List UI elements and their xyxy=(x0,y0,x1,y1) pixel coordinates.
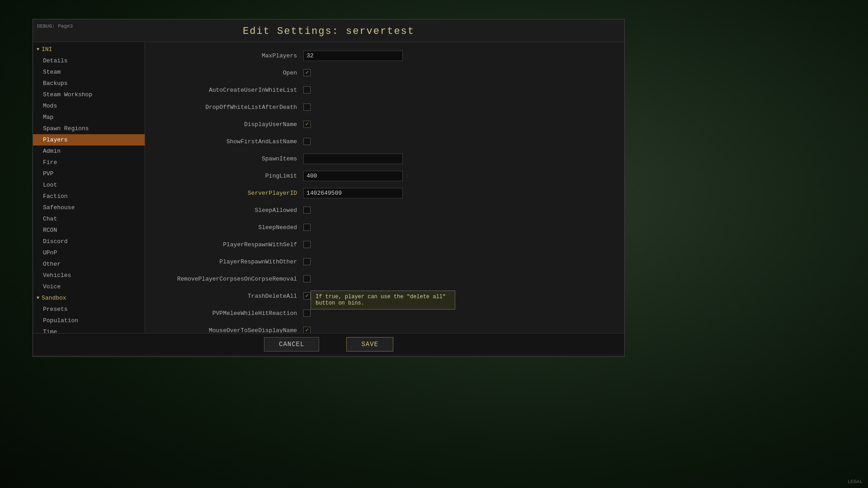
section-arrow-0: ▼ xyxy=(37,47,39,52)
sidebar-section-sandbox[interactable]: ▼Sandbox xyxy=(33,292,145,304)
window-body: ▼INIDetailsSteamBackupsSteam WorkshopMod… xyxy=(33,42,624,333)
sidebar-item-backups[interactable]: Backups xyxy=(33,78,145,89)
sidebar-item-presets[interactable]: Presets xyxy=(33,304,145,315)
checkbox-trashdeleteall[interactable] xyxy=(303,292,311,300)
sidebar-item-players[interactable]: Players xyxy=(33,134,145,145)
settings-input-pinglimit[interactable] xyxy=(303,171,403,181)
settings-input-spawnitems[interactable] xyxy=(303,154,403,164)
checkbox-wrap-16 xyxy=(303,327,311,333)
sidebar-item-rcon[interactable]: RCON xyxy=(33,225,145,236)
sidebar-item-discord[interactable]: Discord xyxy=(33,236,145,247)
sidebar: ▼INIDetailsSteamBackupsSteam WorkshopMod… xyxy=(33,42,145,333)
settings-row-sleepneeded: SleepNeeded xyxy=(163,221,606,234)
settings-label-2: AutoCreateUserInWhiteList xyxy=(163,87,303,94)
content-area: MaxPlayersOpenAutoCreateUserInWhiteListD… xyxy=(145,42,624,333)
checkbox-wrap-3 xyxy=(303,103,311,111)
settings-row-serverplayerid: ServerPlayerID xyxy=(163,187,606,199)
settings-row-removeplayercorpsesoncorpseremoval: RemovePlayerCorpsesOnCorpseRemoval xyxy=(163,272,606,285)
settings-row-maxplayers: MaxPlayers xyxy=(163,49,606,62)
checkbox-removeplayercorpsesoncorpseremoval[interactable] xyxy=(303,275,311,282)
checkbox-displayusername[interactable] xyxy=(303,121,311,128)
settings-row-sleepallowed: SleepAllowed xyxy=(163,204,606,216)
settings-label-16: MouseOverToSeeDisplayName xyxy=(163,327,303,333)
sidebar-item-steam[interactable]: Steam xyxy=(33,66,145,78)
cancel-button[interactable]: CANCEL xyxy=(264,337,319,352)
checkbox-playerrespawnwithself[interactable] xyxy=(303,241,311,248)
settings-row-pvpmeleewhilehitreaction: PVPMeleeWhileHitReaction xyxy=(163,307,606,319)
settings-label-14: TrashDeleteAll xyxy=(163,293,303,300)
section-arrow-1: ▼ xyxy=(37,296,39,300)
checkbox-wrap-14 xyxy=(303,292,311,300)
sidebar-item-loot[interactable]: Loot xyxy=(33,179,145,191)
checkbox-wrap-12 xyxy=(303,258,311,265)
settings-row-spawnitems: SpawnItems xyxy=(163,152,606,165)
sidebar-item-upnp[interactable]: UPnP xyxy=(33,247,145,258)
settings-row-mouseovertoseedisplayname: MouseOverToSeeDisplayName xyxy=(163,324,606,333)
sidebar-item-steam-workshop[interactable]: Steam Workshop xyxy=(33,89,145,100)
sidebar-item-safehouse[interactable]: Safehouse xyxy=(33,202,145,213)
checkbox-mouseovertoseedisplayname[interactable] xyxy=(303,327,311,333)
settings-label-15: PVPMeleeWhileHitReaction xyxy=(163,310,303,317)
checkbox-autocreateuserinwhitelist[interactable] xyxy=(303,86,311,94)
checkbox-wrap-15 xyxy=(303,310,311,317)
debug-label: DEBUG: Page3 xyxy=(37,23,73,29)
settings-row-pinglimit: PingLimit xyxy=(163,169,606,182)
sidebar-item-vehicles[interactable]: Vehicles xyxy=(33,270,145,281)
checkbox-wrap-9 xyxy=(303,206,311,214)
checkbox-wrap-11 xyxy=(303,241,311,248)
checkbox-wrap-10 xyxy=(303,224,311,231)
settings-label-9: SleepAllowed xyxy=(163,207,303,214)
checkbox-wrap-1 xyxy=(303,69,311,76)
sidebar-item-time[interactable]: Time xyxy=(33,326,145,333)
sidebar-item-other[interactable]: Other xyxy=(33,258,145,270)
sidebar-section-ini[interactable]: ▼INI xyxy=(33,44,145,55)
sidebar-item-chat[interactable]: Chat xyxy=(33,213,145,225)
checkbox-wrap-2 xyxy=(303,86,311,94)
checkbox-wrap-13 xyxy=(303,275,311,282)
section-label-0: INI xyxy=(42,46,52,53)
settings-row-open: Open xyxy=(163,66,606,79)
settings-label-13: RemovePlayerCorpsesOnCorpseRemoval xyxy=(163,276,303,282)
settings-row-playerrespawnwithself: PlayerRespawnWithSelf xyxy=(163,238,606,251)
bottom-bar: CANCEL SAVE xyxy=(33,333,624,355)
save-button[interactable]: SAVE xyxy=(346,337,393,352)
sidebar-item-map[interactable]: Map xyxy=(33,112,145,123)
settings-label-11: PlayerRespawnWithSelf xyxy=(163,241,303,248)
settings-row-displayusername: DisplayUserName xyxy=(163,118,606,131)
settings-row-showfirstandlastname: ShowFirstAndLastName xyxy=(163,135,606,148)
settings-label-8: ServerPlayerID xyxy=(163,190,303,197)
settings-label-5: ShowFirstAndLastName xyxy=(163,138,303,145)
checkbox-sleepallowed[interactable] xyxy=(303,206,311,214)
settings-row-autocreateuserinwhitelist: AutoCreateUserInWhiteList xyxy=(163,84,606,96)
sidebar-item-admin[interactable]: Admin xyxy=(33,145,145,157)
sidebar-item-population[interactable]: Population xyxy=(33,315,145,326)
settings-label-0: MaxPlayers xyxy=(163,52,303,59)
checkbox-sleepneeded[interactable] xyxy=(303,224,311,231)
sidebar-item-pvp[interactable]: PVP xyxy=(33,168,145,179)
sidebar-item-spawn-regions[interactable]: Spawn Regions xyxy=(33,123,145,134)
sidebar-item-details[interactable]: Details xyxy=(33,55,145,66)
section-label-1: Sandbox xyxy=(42,295,66,301)
settings-input-serverplayerid[interactable] xyxy=(303,188,403,198)
sidebar-item-fire[interactable]: Fire xyxy=(33,157,145,168)
settings-label-7: PingLimit xyxy=(163,173,303,179)
settings-label-12: PlayerRespawnWithOther xyxy=(163,258,303,265)
sidebar-item-mods[interactable]: Mods xyxy=(33,100,145,112)
checkbox-dropoffwhitelistafterdeath[interactable] xyxy=(303,103,311,111)
checkbox-wrap-4 xyxy=(303,121,311,128)
checkbox-open[interactable] xyxy=(303,69,311,76)
sidebar-item-voice[interactable]: Voice xyxy=(33,281,145,292)
sidebar-item-faction[interactable]: Faction xyxy=(33,191,145,202)
checkbox-playerrespawnwithother[interactable] xyxy=(303,258,311,265)
settings-label-10: SleepNeeded xyxy=(163,224,303,231)
settings-input-maxplayers[interactable] xyxy=(303,51,403,61)
settings-label-3: DropOffWhiteListAfterDeath xyxy=(163,104,303,111)
checkbox-showfirstandlastname[interactable] xyxy=(303,138,311,145)
main-window: Edit Settings: servertest ▼INIDetailsSte… xyxy=(33,19,625,357)
checkbox-pvpmeleewhilehitreaction[interactable] xyxy=(303,310,311,317)
settings-row-playerrespawnwithother: PlayerRespawnWithOther xyxy=(163,255,606,268)
settings-row-dropoffwhitelistafterdeath: DropOffWhiteListAfterDeath xyxy=(163,101,606,113)
settings-row-trashdeleteall: TrashDeleteAllIf true, player can use th… xyxy=(163,290,606,302)
settings-label-6: SpawnItems xyxy=(163,155,303,162)
window-title: Edit Settings: servertest xyxy=(33,19,624,42)
